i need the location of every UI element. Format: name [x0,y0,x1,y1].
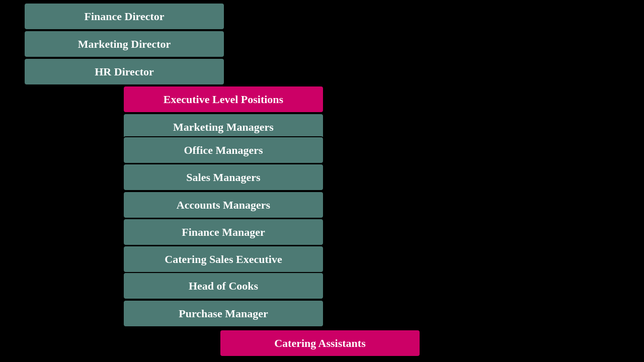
org-chart: Finance DirectorMarketing DirectorHR Dir… [0,0,644,362]
marketing-director[interactable]: Marketing Director [24,30,225,58]
finance-director-label: Finance Director [84,10,164,23]
office-managers[interactable]: Office Managers [123,136,324,164]
catering-sales-executive[interactable]: Catering Sales Executive [123,245,324,273]
hr-director-label: HR Director [95,65,154,78]
head-of-cooks-label: Head of Cooks [189,280,258,293]
head-of-cooks[interactable]: Head of Cooks [123,272,324,300]
marketing-director-label: Marketing Director [78,38,171,51]
finance-manager[interactable]: Finance Manager [123,218,324,246]
hr-director[interactable]: HR Director [24,58,225,85]
office-managers-label: Office Managers [184,144,263,157]
catering-sales-executive-label: Catering Sales Executive [165,253,282,266]
executive-level-positions[interactable]: Executive Level Positions [123,85,324,113]
sales-managers-label: Sales Managers [186,171,260,184]
executive-level-positions-label: Executive Level Positions [164,93,283,106]
accounts-managers[interactable]: Accounts Managers [123,191,324,219]
purchase-manager-label: Purchase Manager [179,307,268,320]
catering-assistants[interactable]: Catering Assistants [219,329,421,357]
finance-manager-label: Finance Manager [182,226,265,239]
sales-managers[interactable]: Sales Managers [123,163,324,191]
marketing-managers-label: Marketing Managers [173,121,274,134]
accounts-managers-label: Accounts Managers [177,199,270,212]
purchase-manager[interactable]: Purchase Manager [123,300,324,327]
finance-director[interactable]: Finance Director [24,3,225,30]
catering-assistants-label: Catering Assistants [274,337,366,350]
